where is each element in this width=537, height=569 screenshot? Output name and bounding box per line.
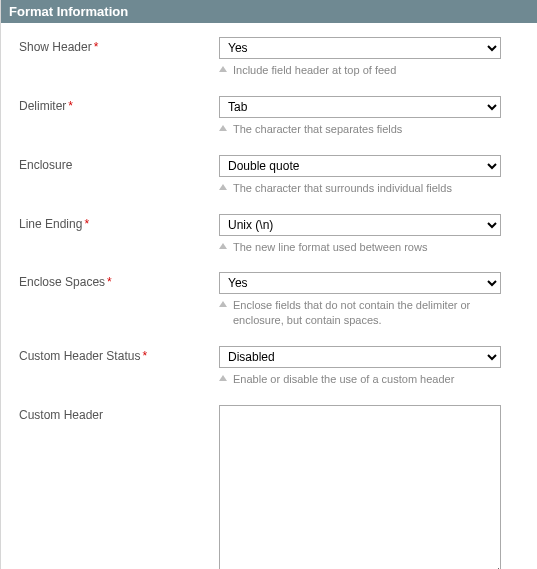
field-control: Disabled Enable or disable the use of a … — [219, 346, 525, 387]
label-text: Show Header — [19, 40, 92, 54]
help-text: Include field header at top of feed — [233, 63, 396, 78]
field-label: Enclose Spaces* — [19, 272, 219, 289]
help-text: Enclose fields that do not contain the d… — [233, 298, 509, 328]
triangle-up-icon — [219, 184, 227, 190]
panel-body: Show Header* Yes Include field header at… — [1, 23, 537, 569]
field-row-enclosure: Enclosure Double quote The character tha… — [19, 155, 525, 196]
field-label: Custom Header Status* — [19, 346, 219, 363]
label-text: Enclosure — [19, 158, 72, 172]
field-row-custom-header-status: Custom Header Status* Disabled Enable or… — [19, 346, 525, 387]
field-row-line-ending: Line Ending* Unix (\n) The new line form… — [19, 214, 525, 255]
required-mark: * — [84, 217, 89, 231]
triangle-up-icon — [219, 375, 227, 381]
field-control: Tab The character that separates fields — [219, 96, 525, 137]
required-mark: * — [142, 349, 147, 363]
enclosure-select[interactable]: Double quote — [219, 155, 501, 177]
field-help: Enclose fields that do not contain the d… — [219, 298, 509, 328]
help-text: The character that surrounds individual … — [233, 181, 452, 196]
help-text: Enable or disable the use of a custom he… — [233, 372, 454, 387]
field-control: A header that is shown prior to the stan… — [219, 405, 525, 569]
required-mark: * — [94, 40, 99, 54]
show-header-select[interactable]: Yes — [219, 37, 501, 59]
field-help: The character that separates fields — [219, 122, 509, 137]
triangle-up-icon — [219, 301, 227, 307]
custom-header-status-select[interactable]: Disabled — [219, 346, 501, 368]
field-control: Yes Include field header at top of feed — [219, 37, 525, 78]
delimiter-select[interactable]: Tab — [219, 96, 501, 118]
field-row-delimiter: Delimiter* Tab The character that separa… — [19, 96, 525, 137]
help-text: The new line format used between rows — [233, 240, 427, 255]
help-text: The character that separates fields — [233, 122, 402, 137]
field-help: Include field header at top of feed — [219, 63, 509, 78]
field-control: Double quote The character that surround… — [219, 155, 525, 196]
enclose-spaces-select[interactable]: Yes — [219, 272, 501, 294]
custom-header-textarea[interactable] — [219, 405, 501, 569]
label-text: Custom Header Status — [19, 349, 140, 363]
label-text: Line Ending — [19, 217, 82, 231]
required-mark: * — [107, 275, 112, 289]
label-text: Delimiter — [19, 99, 66, 113]
required-mark: * — [68, 99, 73, 113]
field-label: Delimiter* — [19, 96, 219, 113]
format-information-panel: Format Information Show Header* Yes Incl… — [0, 0, 537, 569]
field-row-enclose-spaces: Enclose Spaces* Yes Enclose fields that … — [19, 272, 525, 328]
triangle-up-icon — [219, 125, 227, 131]
field-label: Line Ending* — [19, 214, 219, 231]
line-ending-select[interactable]: Unix (\n) — [219, 214, 501, 236]
field-help: Enable or disable the use of a custom he… — [219, 372, 509, 387]
field-help: The new line format used between rows — [219, 240, 509, 255]
panel-title: Format Information — [1, 0, 537, 23]
label-text: Enclose Spaces — [19, 275, 105, 289]
triangle-up-icon — [219, 66, 227, 72]
field-label: Enclosure — [19, 155, 219, 172]
field-row-show-header: Show Header* Yes Include field header at… — [19, 37, 525, 78]
field-help: The character that surrounds individual … — [219, 181, 509, 196]
field-row-custom-header: Custom Header A header that is shown pri… — [19, 405, 525, 569]
field-control: Yes Enclose fields that do not contain t… — [219, 272, 525, 328]
label-text: Custom Header — [19, 408, 103, 422]
field-label: Show Header* — [19, 37, 219, 54]
field-control: Unix (\n) The new line format used betwe… — [219, 214, 525, 255]
triangle-up-icon — [219, 243, 227, 249]
field-label: Custom Header — [19, 405, 219, 422]
